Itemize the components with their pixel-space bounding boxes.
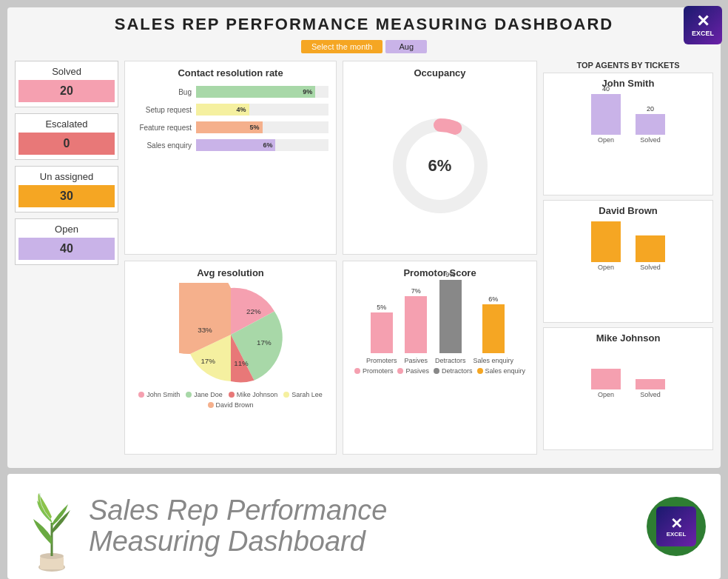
excel-x-icon: ✕ <box>696 13 710 30</box>
bar-feature-label: Feature request <box>132 124 192 132</box>
legend-john-label: John Smith <box>146 391 180 398</box>
agent-john-solved-num: 20 <box>647 105 654 113</box>
svg-text:33%: 33% <box>198 326 212 334</box>
pasives-fill <box>405 296 427 353</box>
agent-mike-open: Open <box>591 367 621 398</box>
agent-david-solved-lbl: Solved <box>640 264 661 271</box>
legend-sales: Sales enquiry <box>477 367 526 375</box>
detractors-pct: 9% <box>445 271 455 278</box>
agent-john-open-num: 40 <box>602 85 610 93</box>
excel-badge-topright: ✕ EXCEL <box>684 6 722 44</box>
bar-bug-pct: 9% <box>303 88 312 96</box>
detractors-bar: 9% Detractors <box>435 271 466 364</box>
agent-david-open: Open <box>591 220 621 271</box>
select-month-button[interactable]: Select the month <box>301 40 383 53</box>
contact-resolution-title: Contact resolution rate <box>132 67 328 78</box>
bottom-excel-badge: ✕ EXCEL <box>647 497 706 556</box>
promotor-score-chart: Promotor Score 5% Promoters 7% Pasives <box>343 261 537 455</box>
agent-david-brown: David Brown Open Solved <box>543 200 713 323</box>
kpi-solved: Solved 20 <box>15 61 118 107</box>
sales-enquiry-fill <box>482 304 505 353</box>
top-agents-title: TOP AGENTS BY TICKETS <box>543 61 713 70</box>
dashboard-container: SALES REP PERFORMANCE MEASURING DASHBOAR… <box>7 7 721 468</box>
contact-resolution-chart: Contact resolution rate Bug 9% <box>124 61 337 255</box>
svg-text:22%: 22% <box>246 307 261 315</box>
promoter-pct: 5% <box>377 304 386 311</box>
bar-setup-pct: 4% <box>237 106 246 113</box>
bar-feature-track: 5% <box>196 121 328 133</box>
pie-svg: 22% 17% 11% 17% 33% <box>179 283 283 386</box>
kpi-unassigned: Un assigned 30 <box>15 166 118 212</box>
bottom-excel-x: ✕ <box>670 516 683 531</box>
kpi-escalated: Escalated 0 <box>15 113 118 160</box>
legend-pasives-dot <box>397 368 403 374</box>
agent-mike-open-bar <box>591 369 621 389</box>
bar-bug-label: Bug <box>132 88 192 96</box>
bottom-excel-inner: ✕ EXCEL <box>656 506 696 546</box>
legend-pasives: Pasives <box>397 367 429 375</box>
promoter-bar: 5% Promoters <box>366 304 397 364</box>
bar-setup-label: Setup request <box>132 106 192 114</box>
agent-mike-solved-bar <box>636 379 665 389</box>
kpi-open-label: Open <box>18 224 115 235</box>
right-column: TOP AGENTS BY TICKETS John Smith 40 Open… <box>543 61 713 455</box>
bar-setup-track: 4% <box>196 104 328 116</box>
bar-feature-fill: 5% <box>196 121 263 133</box>
bar-sales-fill: 6% <box>196 139 275 151</box>
pasives-label: Pasives <box>404 357 428 364</box>
agent-david-open-lbl: Open <box>598 264 614 271</box>
agent-mike-solved: Solved <box>636 378 665 398</box>
legend-detractors-label: Detractors <box>442 367 473 375</box>
bottom-section: Sales Rep Performance Measuring Dashboar… <box>7 474 721 579</box>
excel-label: EXCEL <box>692 30 714 37</box>
agent-john-solved: 20 Solved <box>636 105 665 144</box>
bottom-line1: Sales Rep Performance <box>89 495 387 526</box>
kpi-unassigned-label: Un assigned <box>18 171 115 182</box>
legend-detractors: Detractors <box>434 367 473 375</box>
promoter-label: Promoters <box>366 357 397 364</box>
bar-setup: Setup request 4% <box>132 104 328 116</box>
plant-svg <box>22 478 81 575</box>
bar-sales-label: Sales enquiry <box>132 141 192 150</box>
agent-mike-name: Mike Johnson <box>551 332 705 344</box>
legend-jane: Jane Doe <box>186 391 223 398</box>
avg-resolution-chart: Avg resolution <box>124 261 337 455</box>
legend-promoters-dot <box>354 368 360 374</box>
bar-setup-fill: 4% <box>196 104 249 116</box>
kpi-escalated-label: Escalated <box>18 118 115 130</box>
agent-john-solved-bar <box>636 114 665 135</box>
occupancy-chart: Occupancy 6% <box>343 61 537 255</box>
kpi-escalated-value: 0 <box>18 133 115 155</box>
legend-pasives-label: Pasives <box>405 367 429 375</box>
avg-resolution-title: Avg resolution <box>132 267 328 278</box>
agent-mike-johnson: Mike Johnson Open Solved <box>543 327 713 450</box>
bar-sales: Sales enquiry 6% <box>132 139 328 151</box>
agent-mike-open-lbl: Open <box>598 391 614 398</box>
sales-enquiry-label: Sales enquiry <box>473 357 514 364</box>
legend-david: David Brown <box>208 401 254 409</box>
legend-mike: Mike Johnson <box>229 391 278 398</box>
kpi-column: Solved 20 Escalated 0 Un assigned 30 Ope… <box>15 61 118 455</box>
legend-jane-dot <box>186 392 192 398</box>
agent-david-bars: Open Solved <box>551 219 705 271</box>
content-area: Solved 20 Escalated 0 Un assigned 30 Ope… <box>15 61 713 455</box>
sales-enquiry-pct: 6% <box>488 295 498 303</box>
pie-legend: John Smith Jane Doe Mike Johnson <box>132 391 328 409</box>
bar-sales-pct: 6% <box>263 141 272 149</box>
legend-john: John Smith <box>138 391 180 398</box>
agent-david-solved: Solved <box>636 234 665 271</box>
agent-john-solved-lbl: Solved <box>640 136 661 144</box>
agent-john-open-bar <box>591 94 621 135</box>
bar-sales-track: 6% <box>196 139 328 151</box>
legend-mike-dot <box>229 392 235 398</box>
promoter-fill <box>371 312 393 353</box>
legend-sarah-dot <box>283 392 289 398</box>
donut-wrap: 6% <box>388 114 492 218</box>
agent-john-open-lbl: Open <box>598 136 614 144</box>
detractors-fill <box>439 280 462 353</box>
middle-column: Contact resolution rate Bug 9% <box>124 61 537 455</box>
filter-row: Select the month Aug <box>15 40 713 53</box>
promotor-bars: 5% Promoters 7% Pasives 9% <box>351 283 529 364</box>
svg-text:17%: 17% <box>257 338 272 347</box>
legend-sales-label: Sales enquiry <box>485 367 526 375</box>
